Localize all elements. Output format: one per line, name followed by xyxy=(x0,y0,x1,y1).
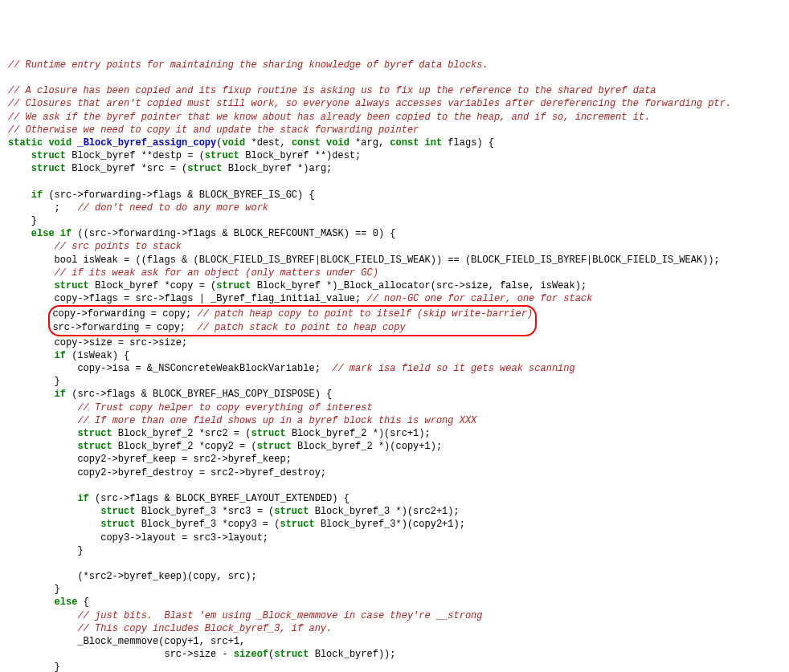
code-line: (*src2->byref_keep)(copy, src); xyxy=(8,571,257,582)
keyword: int xyxy=(425,137,443,149)
code-line: struct Block_byref_3 *copy3 = (struct Bl… xyxy=(8,519,465,530)
function-name: _Block_byref_assign_copy xyxy=(77,137,216,149)
comment: // Runtime entry points for maintaining … xyxy=(8,59,489,71)
code-line: // If more than one field shows up in a … xyxy=(8,415,476,426)
code-line: struct Block_byref *src = (struct Block_… xyxy=(8,163,332,174)
code-line: bool isWeak = ((flags & (BLOCK_FIELD_IS_… xyxy=(8,255,720,266)
code-line: // src points to stack xyxy=(8,241,182,252)
code-line: copy2->byref_destroy = src2->byref_destr… xyxy=(8,467,326,479)
code-line: if (src->flags & BLOCK_BYREF_HAS_COPY_DI… xyxy=(8,389,332,400)
code-line: ; // don't need to do any more work xyxy=(8,202,268,214)
code-line: if (src->forwarding->flags & BLOCK_BYREF… xyxy=(8,189,315,201)
function-signature: static void _Block_byref_assign_copy(voi… xyxy=(8,137,494,149)
code-line: src->size - sizeof(struct Block_byref)); xyxy=(8,649,396,660)
code-line: struct Block_byref *copy = (struct Block… xyxy=(8,280,587,291)
code-line: } xyxy=(8,662,60,672)
code-line: if (src->flags & BLOCK_BYREF_LAYOUT_EXTE… xyxy=(8,493,350,504)
code-line: // if its weak ask for an object (only m… xyxy=(8,267,378,279)
code-line: } xyxy=(8,215,37,226)
code-line: if (isWeak) { xyxy=(8,350,129,361)
code-line: else if ((src->forwarding->flags & BLOCK… xyxy=(8,228,396,239)
code-line: struct Block_byref **destp = (struct Blo… xyxy=(8,150,361,161)
code-line: copy3->layout = src3->layout; xyxy=(8,532,268,544)
code-line: // Trust copy helper to copy everything … xyxy=(8,402,373,413)
keyword: void xyxy=(326,137,350,149)
code-line: copy->isa = &_NSConcreteWeakBlockVariabl… xyxy=(8,363,575,374)
code-line: _Block_memmove(copy+1, src+1, xyxy=(8,636,245,647)
code-line: else { xyxy=(8,597,89,608)
code-line: copy2->byref_keep = src2->byref_keep; xyxy=(8,454,292,465)
keyword: static xyxy=(8,137,43,149)
code-line: copy->flags = src->flags | _Byref_flag_i… xyxy=(8,293,592,304)
code-line: } xyxy=(8,584,60,595)
code-line: copy->size = src->size; xyxy=(8,337,187,348)
code-line: } xyxy=(8,545,84,556)
comment: // Closures that aren't copied must stil… xyxy=(8,98,731,109)
keyword: const xyxy=(390,137,419,149)
code-line: struct Block_byref_3 *src3 = (struct Blo… xyxy=(8,506,460,517)
comment: // We ask if the byref pointer that we k… xyxy=(8,112,650,123)
highlighted-code: copy->forwarding = copy; // patch heap c… xyxy=(8,322,537,333)
comment: // Otherwise we need to copy it and upda… xyxy=(8,124,419,136)
keyword: void xyxy=(222,137,245,149)
code-line: struct Block_byref_2 *src2 = (struct Blo… xyxy=(8,428,431,439)
code-line: // This copy includes Block_byref_3, if … xyxy=(8,623,332,634)
keyword: const xyxy=(292,137,321,149)
comment: // A closure has been copied and its fix… xyxy=(8,85,656,96)
keyword: void xyxy=(48,137,72,149)
code-line: // just bits. Blast 'em using _Block_mem… xyxy=(8,610,483,621)
code-line: } xyxy=(8,376,60,387)
code-line: struct Block_byref_2 *copy2 = (struct Bl… xyxy=(8,441,442,452)
